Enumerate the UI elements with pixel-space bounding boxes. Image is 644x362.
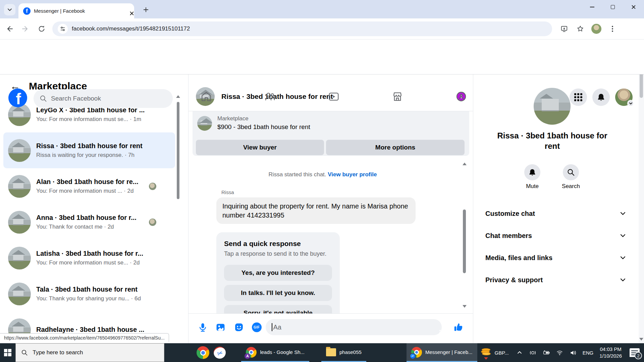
tray-camera-button[interactable]: [526, 343, 540, 362]
conversation-title: Tala · 3bed 1bath house for rent: [36, 286, 141, 293]
start-button[interactable]: [0, 343, 15, 362]
maximize-button[interactable]: [602, 0, 623, 14]
scroll-down-icon[interactable]: [639, 338, 643, 341]
groups-icon: [455, 91, 467, 102]
messages-scroll-thumb[interactable]: [463, 209, 466, 273]
menu-customize-chat[interactable]: Customize chat: [478, 202, 630, 225]
taskbar-window-messenger[interactable]: Messenger | Faceb...: [407, 343, 477, 362]
browser-tab[interactable]: f Messenger | Facebook: [18, 3, 134, 18]
tray-expand-button[interactable]: [513, 343, 526, 362]
taskbar-coins-app[interactable]: [477, 343, 495, 362]
new-tab-button[interactable]: [141, 5, 151, 15]
scroll-down-icon[interactable]: [463, 305, 467, 308]
folder-icon: [326, 348, 336, 356]
language-indicator[interactable]: ENG: [583, 350, 594, 356]
more-options-button[interactable]: More options: [326, 140, 465, 155]
browser-menu-button[interactable]: [606, 22, 619, 36]
conversation-item-anna[interactable]: Anna · 3bed 1bath house for r... You: Th…: [3, 204, 175, 240]
seen-avatar: [149, 219, 156, 226]
nav-home[interactable]: [184, 86, 228, 107]
attach-photo-button[interactable]: [214, 321, 226, 333]
minimize-button[interactable]: [582, 0, 602, 14]
speaker-icon: [570, 349, 577, 356]
text-cursor: [272, 323, 272, 331]
taskbar-snipping-tool-icon[interactable]: ✂: [211, 343, 228, 362]
currency-ticker[interactable]: GBP...: [495, 350, 509, 356]
conversation-item-latisha[interactable]: Latisha · 3bed 1bath house for r... You:…: [3, 240, 175, 276]
browser-toolbar: facebook.com/messages/t/1954821915101172: [0, 18, 644, 40]
sender-name: Rissa: [221, 189, 234, 195]
message-composer: GIF Aa: [189, 313, 473, 343]
close-button[interactable]: [623, 0, 644, 14]
listing-thumbnail: [197, 116, 212, 131]
apps-menu-button[interactable]: [570, 88, 587, 106]
chrome-icon: [197, 346, 209, 359]
conversation-item-alan[interactable]: Alan · 3bed 1bath house for re... You: F…: [3, 168, 175, 204]
taskbar-chrome-icon[interactable]: [195, 343, 211, 362]
scroll-up-icon[interactable]: [463, 163, 467, 165]
conversation-item-rissa[interactable]: Rissa · 3bed 1bath house for rent Rissa …: [3, 132, 175, 168]
nav-groups[interactable]: [439, 86, 483, 107]
back-button[interactable]: [3, 22, 16, 36]
profile-avatar[interactable]: [615, 88, 633, 106]
forward-arrow-icon: [22, 25, 29, 33]
voice-clip-button[interactable]: [197, 321, 209, 333]
menu-media-files-links[interactable]: Media, files and links: [478, 247, 630, 269]
facebook-search[interactable]: Search Facebook: [34, 89, 173, 108]
sidebar-scroll-thumb[interactable]: [177, 102, 179, 199]
conversation-preview: You: Thank for contact me · 2d: [36, 224, 137, 230]
taskbar-window-sheets[interactable]: A leads - Google Sh...: [241, 343, 309, 362]
bell-icon: [597, 93, 605, 102]
install-app-button[interactable]: [557, 22, 571, 36]
reload-icon: [38, 25, 45, 33]
chat-details-menu: Customize chat Chat members Media, files…: [478, 202, 630, 291]
facebook-logo[interactable]: f: [8, 88, 27, 107]
mute-button[interactable]: Mute: [524, 164, 540, 190]
taskbar-search[interactable]: Type here to search: [15, 343, 164, 362]
taskbar-window-folder[interactable]: phase055: [321, 343, 366, 362]
message-input[interactable]: Aa: [266, 319, 442, 335]
url-bar[interactable]: facebook.com/messages/t/1954821915101172: [52, 21, 552, 36]
clock-time: 04:03 PM: [599, 346, 622, 353]
screen: f Messenger | Facebook facebook.com/mes: [0, 0, 644, 362]
like-button[interactable]: [452, 321, 464, 333]
account-chevron-icon[interactable]: [627, 100, 634, 107]
bookmark-button[interactable]: [574, 22, 587, 36]
gif-button[interactable]: GIF: [251, 321, 263, 333]
nav-marketplace[interactable]: [376, 86, 419, 107]
tray-volume-button[interactable]: [567, 343, 580, 362]
tray-network-button[interactable]: [553, 343, 567, 362]
tab-search-button[interactable]: [4, 4, 15, 15]
facebook-search-placeholder: Search Facebook: [51, 95, 101, 102]
menu-chat-members[interactable]: Chat members: [478, 225, 630, 247]
nav-video[interactable]: [312, 86, 356, 107]
chat-details-panel: Rissa · 3bed 1bath house for rent Mute S…: [473, 74, 644, 343]
nav-friends[interactable]: [248, 86, 292, 107]
message-area: Rissa started this chat. View buyer prof…: [189, 156, 473, 313]
chevron-down-icon: [7, 7, 12, 12]
back-arrow-icon: [6, 25, 13, 33]
menu-privacy-support[interactable]: Privacy & support: [478, 269, 630, 291]
system-tray: GBP... ENG 04:03 PM 1/10/2026: [477, 343, 644, 362]
sidebar-scrollbar[interactable]: [176, 95, 180, 206]
forward-button[interactable]: [19, 22, 32, 36]
view-buyer-profile-link[interactable]: View buyer profile: [328, 171, 377, 178]
view-buyer-button[interactable]: View buyer: [196, 140, 324, 155]
marketplace-icon: [392, 91, 403, 102]
taskbar-clock[interactable]: 04:03 PM 1/10/2026: [596, 346, 625, 359]
tray-battery-button[interactable]: [540, 343, 553, 362]
quick-response-option-3[interactable]: Sorry, it's not available: [224, 305, 332, 313]
site-info-icon[interactable]: [58, 24, 68, 34]
quick-response-option-2[interactable]: In talks. I'll let you know.: [224, 285, 332, 301]
conversation-item-tala[interactable]: Tala · 3bed 1bath house for rent You: Th…: [3, 276, 175, 312]
seen-avatar: [149, 183, 156, 190]
sticker-button[interactable]: [233, 321, 245, 333]
browser-profile-avatar[interactable]: [590, 22, 603, 36]
action-center-button[interactable]: 2: [625, 343, 644, 362]
page-scrollbar[interactable]: [639, 40, 644, 343]
quick-response-panel: Send a quick response Tap a response to …: [216, 232, 340, 313]
quick-response-option-1[interactable]: Yes, are you interested?: [224, 265, 332, 281]
search-in-conversation-button[interactable]: Search: [562, 164, 580, 190]
notifications-button[interactable]: [592, 88, 610, 106]
reload-button[interactable]: [35, 22, 48, 36]
